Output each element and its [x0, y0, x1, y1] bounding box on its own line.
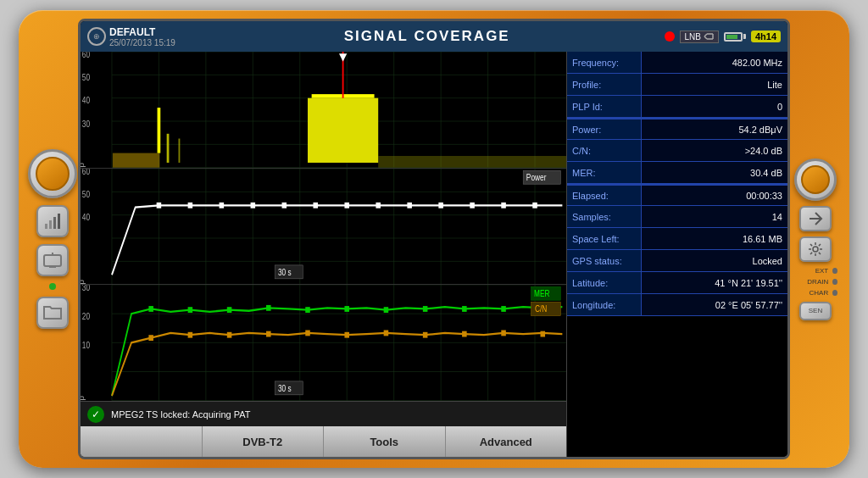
data-label-4: C/N:: [567, 140, 642, 161]
data-row-4: C/N:>24.0 dB: [567, 140, 787, 162]
mer-cn-chart: 30 20 10 dB MER C/N 30 s: [81, 285, 566, 401]
svg-rect-3: [58, 214, 60, 229]
data-label-6: Elapsed:: [567, 186, 642, 205]
time-remaining: 4h14: [751, 31, 781, 42]
svg-text:30 s: 30 s: [278, 268, 292, 277]
data-value-4: >24.0 dB: [642, 140, 787, 161]
data-label-2: PLP Id:: [567, 96, 642, 117]
svg-rect-96: [227, 308, 232, 314]
svg-text:30: 30: [82, 119, 90, 129]
data-value-1: Lite: [642, 74, 787, 95]
data-row-8: Space Left:16.61 MB: [567, 228, 787, 250]
svg-text:dBμV: dBμV: [81, 163, 86, 168]
drain-row: DRAIN: [793, 278, 837, 286]
data-label-10: Latitude:: [567, 272, 642, 293]
sen-label: SEN: [809, 307, 822, 314]
svg-rect-58: [157, 203, 162, 208]
svg-rect-62: [282, 203, 287, 208]
svg-text:20: 20: [82, 313, 90, 322]
left-btn-signal[interactable]: [36, 205, 69, 237]
data-row-6: Elapsed:00:00:33: [567, 184, 787, 206]
tab-tools[interactable]: Tools: [324, 426, 446, 457]
svg-text:MER: MER: [534, 289, 550, 298]
left-btn-folder[interactable]: [36, 297, 69, 329]
data-value-5: 30.4 dB: [642, 162, 787, 183]
data-label-3: Power:: [567, 119, 642, 139]
svg-rect-68: [470, 203, 475, 208]
status-bar: ✓ MPEG2 TS locked: Acquiring PAT: [81, 401, 566, 426]
data-label-7: Samples:: [567, 206, 642, 227]
svg-rect-103: [501, 306, 506, 312]
svg-rect-112: [423, 332, 428, 338]
data-row-3: Power:54.2 dBμV: [567, 118, 787, 140]
svg-rect-109: [305, 331, 310, 336]
data-label-5: MER:: [567, 162, 642, 183]
svg-text:40: 40: [82, 97, 90, 106]
battery-indicator: [724, 32, 746, 42]
svg-text:50: 50: [82, 73, 90, 82]
data-row-1: Profile:Lite: [567, 74, 787, 96]
svg-text:40: 40: [82, 213, 90, 222]
svg-rect-101: [423, 306, 428, 312]
charts-panel: 60 50 40 30 dBμV: [81, 52, 567, 457]
svg-line-8: [704, 36, 707, 39]
svg-rect-94: [148, 306, 153, 312]
ext-led: [832, 268, 837, 274]
data-value-11: 02 °E 05' 57.77'': [642, 294, 787, 315]
svg-rect-61: [251, 203, 256, 208]
compass-icon: ⊕: [87, 27, 106, 46]
data-value-8: 16.61 MB: [642, 228, 787, 249]
ext-row: EXT: [793, 267, 837, 275]
ext-label: EXT: [793, 267, 830, 275]
data-row-7: Samples:14: [567, 206, 787, 228]
svg-text:60: 60: [82, 169, 90, 176]
svg-rect-99: [344, 306, 349, 312]
right-btn-sen[interactable]: SEN: [799, 302, 832, 320]
status-indicators: LNB 4h14: [665, 31, 781, 43]
data-panel: Frequency:482.00 MHzProfile:LitePLP Id:0…: [567, 52, 787, 457]
tab-empty[interactable]: [81, 426, 203, 457]
svg-rect-30: [167, 134, 170, 163]
svg-rect-32: [308, 98, 378, 163]
screen: ⊕ DEFAULT 25/07/2013 15:19 SIGNAL COVERA…: [78, 19, 790, 459]
svg-rect-59: [188, 203, 193, 208]
char-row: CHAR: [793, 289, 837, 297]
round-dial-right[interactable]: [794, 158, 837, 201]
svg-text:dBμV: dBμV: [81, 280, 86, 285]
data-value-7: 14: [642, 206, 787, 227]
right-btn-1[interactable]: [799, 206, 832, 231]
svg-rect-4: [44, 255, 61, 266]
right-btn-gear[interactable]: [799, 236, 832, 262]
data-label-0: Frequency:: [567, 52, 642, 73]
tab-advanced[interactable]: Advanced: [446, 426, 567, 457]
right-side-controls: EXT DRAIN CHAR SEN: [793, 158, 837, 320]
svg-rect-111: [384, 331, 389, 336]
svg-rect-66: [407, 203, 412, 208]
data-value-6: 00:00:33: [642, 186, 787, 205]
svg-text:C/N: C/N: [535, 304, 547, 314]
bottom-tabs: DVB-T2 Tools Advanced: [81, 426, 566, 457]
svg-rect-114: [501, 331, 506, 336]
status-check-icon: ✓: [87, 406, 104, 423]
svg-rect-70: [532, 203, 537, 208]
svg-rect-108: [266, 331, 271, 337]
power-chart: 60 50 40 dBμV Power 30 s: [81, 169, 566, 286]
round-dial[interactable]: [28, 149, 77, 198]
svg-rect-106: [188, 332, 193, 338]
svg-rect-110: [344, 332, 349, 338]
svg-text:50: 50: [82, 190, 90, 199]
spectrum-chart: 60 50 40 30 dBμV: [81, 52, 566, 169]
svg-text:dB: dB: [81, 396, 86, 401]
tab-dvbt2[interactable]: DVB-T2: [203, 426, 325, 457]
svg-rect-31: [179, 139, 181, 163]
svg-rect-29: [158, 108, 161, 153]
green-indicator-dot: [49, 283, 56, 290]
svg-text:Power: Power: [526, 173, 547, 182]
data-row-5: MER:30.4 dB: [567, 162, 787, 184]
left-btn-tv[interactable]: [36, 244, 69, 276]
data-value-0: 482.00 MHz: [642, 52, 787, 73]
main-content: 60 50 40 30 dBμV: [81, 52, 787, 457]
data-label-1: Profile:: [567, 74, 642, 95]
char-label: CHAR: [793, 289, 830, 297]
svg-rect-100: [384, 308, 389, 314]
